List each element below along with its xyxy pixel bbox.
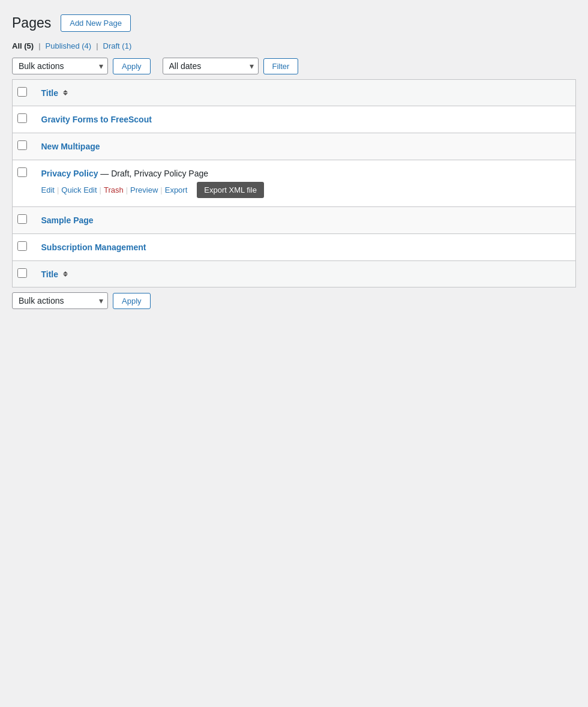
top-tablenav: Bulk actions Edit Move to Trash ▾ Apply … xyxy=(12,58,576,74)
row-checkbox[interactable] xyxy=(17,214,27,224)
select-all-footer-checkbox[interactable] xyxy=(17,268,27,278)
action-separator: | xyxy=(126,185,128,194)
row-checkbox-cell xyxy=(13,133,34,160)
export-action-link[interactable]: Export xyxy=(165,185,188,194)
bulk-actions-select-bottom[interactable]: Bulk actions Edit Move to Trash xyxy=(12,292,108,309)
row-title-cell: Gravity Forms to FreeScout xyxy=(34,106,576,133)
edit-action-link[interactable]: Edit xyxy=(41,185,55,194)
page-title-link[interactable]: Subscription Management xyxy=(41,242,146,252)
table-row: New Multipage xyxy=(13,133,576,160)
apply-button-bottom[interactable]: Apply xyxy=(113,293,151,309)
bulk-actions-select-top[interactable]: Bulk actions Edit Move to Trash xyxy=(12,58,108,74)
row-title-cell: New Multipage xyxy=(34,133,576,160)
add-new-page-button[interactable]: Add New Page xyxy=(61,14,131,32)
row-checkbox[interactable] xyxy=(17,113,27,123)
table-row: Sample Page xyxy=(13,207,576,234)
page-header: Pages Add New Page xyxy=(12,14,576,32)
bottom-tablenav: Bulk actions Edit Move to Trash ▾ Apply xyxy=(12,292,576,309)
filter-nav: All (5) | Published (4) | Draft (1) xyxy=(12,41,576,50)
table-footer-row: Title xyxy=(13,261,576,287)
page-item-status: — Draft, Privacy Policy Page xyxy=(100,169,208,178)
quick-edit-action-link[interactable]: Quick Edit xyxy=(61,185,97,194)
table-row: Privacy Policy — Draft, Privacy Policy P… xyxy=(13,160,576,207)
title-sort-link[interactable]: Title xyxy=(41,88,59,98)
title-column-header: Title xyxy=(34,80,576,106)
separator-2: | xyxy=(96,41,98,50)
export-tooltip: Export XML file xyxy=(197,182,264,198)
row-checkbox-cell xyxy=(13,234,34,261)
action-separator: | xyxy=(57,185,59,194)
page-title-link[interactable]: Privacy Policy xyxy=(41,169,98,178)
table-row: Gravity Forms to FreeScout xyxy=(13,106,576,133)
bulk-actions-wrapper-bottom: Bulk actions Edit Move to Trash ▾ xyxy=(12,292,108,309)
filter-all-label: All (5) xyxy=(12,41,34,50)
row-title-cell: Subscription Management xyxy=(34,234,576,261)
row-checkbox-cell xyxy=(13,160,34,207)
row-title-wrapper: Privacy Policy — Draft, Privacy Policy P… xyxy=(41,169,569,178)
sort-up-footer-icon xyxy=(63,271,68,274)
filter-published-link[interactable]: Published (4) xyxy=(46,41,92,50)
row-checkbox[interactable] xyxy=(17,140,27,150)
table-header-row: Title xyxy=(13,80,576,106)
page-title-link[interactable]: New Multipage xyxy=(41,142,100,151)
dates-select[interactable]: All dates xyxy=(163,58,259,74)
filter-wrapper-top: All dates ▾ Filter xyxy=(163,58,299,74)
row-checkbox-cell xyxy=(13,207,34,234)
preview-action-link[interactable]: Preview xyxy=(130,185,158,194)
page-title: Pages xyxy=(12,15,51,31)
page-title-link[interactable]: Gravity Forms to FreeScout xyxy=(41,115,152,124)
apply-button-top[interactable]: Apply xyxy=(113,58,151,74)
separator-1: | xyxy=(38,41,40,50)
row-title-cell: Sample Page xyxy=(34,207,576,234)
row-checkbox-cell xyxy=(13,106,34,133)
page-title-link[interactable]: Sample Page xyxy=(41,215,94,225)
select-all-footer-column xyxy=(13,261,34,287)
title-column-footer: Title xyxy=(34,261,576,287)
filter-button[interactable]: Filter xyxy=(263,58,299,74)
select-all-column xyxy=(13,80,34,106)
row-checkbox[interactable] xyxy=(17,167,27,177)
action-separator: | xyxy=(160,185,162,194)
sort-down-footer-icon xyxy=(63,274,68,277)
title-sort-footer-link[interactable]: Title xyxy=(41,269,59,279)
row-checkbox[interactable] xyxy=(17,241,27,251)
row-actions: Edit | Quick Edit | Trash | Preview | Ex… xyxy=(41,182,569,198)
trash-action-link[interactable]: Trash xyxy=(104,185,124,194)
table-row: Subscription Management xyxy=(13,234,576,261)
action-separator: | xyxy=(100,185,101,194)
pages-table: Title Gravity Forms to FreeScout xyxy=(12,79,576,287)
dates-select-wrapper: All dates ▾ xyxy=(163,58,259,74)
sort-arrows-footer xyxy=(63,271,68,277)
bulk-actions-wrapper-top: Bulk actions Edit Move to Trash ▾ xyxy=(12,58,108,74)
sort-up-icon xyxy=(63,90,68,92)
select-all-checkbox[interactable] xyxy=(17,87,27,97)
row-title-cell: Privacy Policy — Draft, Privacy Policy P… xyxy=(34,160,576,207)
sort-arrows xyxy=(63,90,68,95)
filter-draft-link[interactable]: Draft (1) xyxy=(103,41,132,50)
sort-down-icon xyxy=(63,93,68,95)
